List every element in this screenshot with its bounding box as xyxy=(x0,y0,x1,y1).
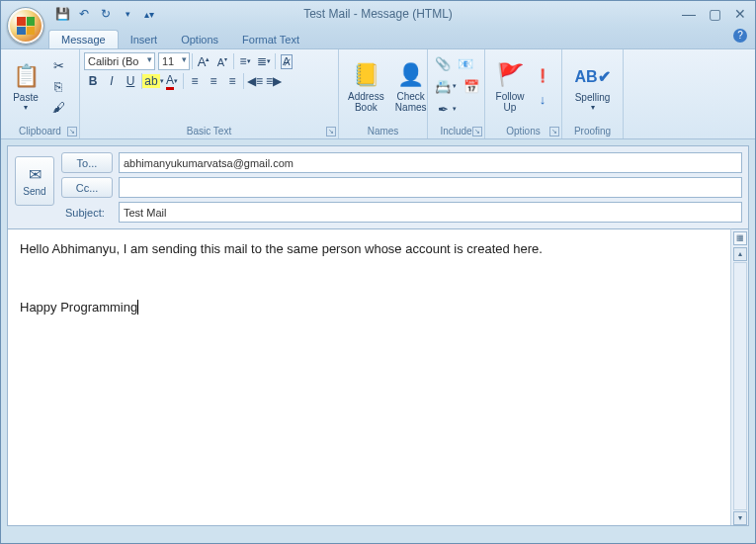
bold-button[interactable]: B xyxy=(84,72,102,90)
group-label-options: Options xyxy=(489,126,557,137)
group-names: 📒 Address Book 👤 Check Names Names xyxy=(339,49,428,138)
maximize-button[interactable]: ▢ xyxy=(706,6,723,22)
cut-button[interactable]: ✂ xyxy=(47,55,69,75)
subject-label: Subject: xyxy=(61,207,113,219)
vertical-scrollbar[interactable]: ▦ ▴ ▾ xyxy=(730,228,748,525)
text-cursor xyxy=(137,300,138,315)
decrease-indent-button[interactable]: ◀≡ xyxy=(246,72,264,90)
tab-options[interactable]: Options xyxy=(169,31,230,48)
numbering-icon: ≣ xyxy=(257,54,267,68)
clipboard-dialog-launcher[interactable]: ↘ xyxy=(67,127,77,136)
card-icon: 📇 xyxy=(435,78,451,94)
grow-font-icon: A▴ xyxy=(198,54,210,69)
grow-font-button[interactable]: A▴ xyxy=(195,52,212,70)
help-icon[interactable]: ? xyxy=(733,29,747,43)
signature-icon: ✒ xyxy=(435,101,451,117)
save-icon[interactable]: 💾 xyxy=(52,4,72,24)
calendar-icon: 📅 xyxy=(463,78,479,94)
office-button[interactable] xyxy=(7,7,44,45)
scroll-track[interactable] xyxy=(733,262,747,510)
check-names-icon: 👤 xyxy=(395,59,427,91)
scroll-up-button[interactable]: ▴ xyxy=(733,247,747,261)
basic-text-dialog-launcher[interactable]: ↘ xyxy=(326,127,336,136)
bullets-icon: ≡ xyxy=(239,54,246,68)
tab-format-text[interactable]: Format Text xyxy=(230,31,311,48)
follow-up-button[interactable]: 🚩 Follow Up xyxy=(489,56,531,116)
italic-button[interactable]: I xyxy=(103,72,121,90)
body-line: Happy Programming xyxy=(20,300,137,315)
high-importance-button[interactable]: ❗ xyxy=(532,65,553,85)
close-button[interactable]: ✕ xyxy=(731,6,749,22)
paste-button[interactable]: 📋 Paste ▾ xyxy=(5,57,46,115)
font-name-combo[interactable]: Calibri (Bo xyxy=(84,52,155,70)
underline-button[interactable]: U xyxy=(122,72,139,90)
business-card-button[interactable]: 📇▾ xyxy=(432,76,460,96)
undo-icon[interactable]: ↶ xyxy=(74,4,94,24)
follow-up-label: Follow Up xyxy=(496,91,525,113)
redo-icon[interactable]: ↻ xyxy=(96,4,116,24)
copy-button[interactable]: ⎘ xyxy=(47,76,69,96)
group-label-proofing: Proofing xyxy=(566,126,619,137)
flag-icon: 🚩 xyxy=(494,59,526,91)
increase-indent-button[interactable]: ≡▶ xyxy=(265,72,283,90)
align-left-button[interactable]: ≡ xyxy=(186,72,204,90)
quick-access-toolbar: 💾 ↶ ↻ ▾ ▴▾ xyxy=(52,4,159,24)
group-options: 🚩 Follow Up ❗ ↓ Options ↘ xyxy=(485,49,562,138)
highlight-button[interactable]: ab▾ xyxy=(144,72,162,90)
align-right-button[interactable]: ≡ xyxy=(223,72,241,90)
attach-file-button[interactable]: 📎 xyxy=(432,53,454,73)
message-area: ✉ Send To... Cc... Subject: Hello Abhima… xyxy=(7,145,749,526)
include-dialog-launcher[interactable]: ↘ xyxy=(472,127,482,136)
minimize-button[interactable]: — xyxy=(680,6,698,22)
align-center-button[interactable]: ≡ xyxy=(205,72,222,90)
high-importance-icon: ❗ xyxy=(535,67,550,83)
eraser-icon: A̷ xyxy=(281,54,293,69)
attach-item-icon: 📧 xyxy=(458,55,473,71)
cc-button[interactable]: Cc... xyxy=(61,177,113,198)
tab-insert[interactable]: Insert xyxy=(119,31,170,48)
highlight-icon: ab xyxy=(142,74,159,88)
group-label-names: Names xyxy=(343,126,423,137)
ribbon: 📋 Paste ▾ ✂ ⎘ 🖌 Clipboard ↘ Calibri (Bo … xyxy=(1,48,755,139)
spelling-button[interactable]: AB✔ Spelling ▾ xyxy=(570,57,616,115)
tab-message[interactable]: Message xyxy=(48,30,119,48)
clear-formatting-button[interactable]: A̷ xyxy=(278,52,295,70)
attach-item-button[interactable]: 📧 xyxy=(455,53,476,73)
address-book-button[interactable]: 📒 Address Book xyxy=(343,56,389,116)
cc-field[interactable] xyxy=(119,177,742,198)
to-field[interactable] xyxy=(119,152,742,173)
calendar-button[interactable]: 📅 xyxy=(461,76,482,96)
paperclip-icon: 📎 xyxy=(435,55,451,71)
check-names-button[interactable]: 👤 Check Names xyxy=(390,56,432,116)
format-painter-button[interactable]: 🖌 xyxy=(47,97,69,117)
group-include: 📎 📧 📇▾ 📅 ✒▾ Include ↘ xyxy=(428,49,485,138)
qat-dropdown-icon[interactable]: ▾ xyxy=(118,4,137,24)
font-size-combo[interactable]: 11 xyxy=(158,52,190,70)
next-prev-icon[interactable]: ▴▾ xyxy=(139,4,159,24)
clipboard-icon: 📋 xyxy=(10,60,42,92)
bullets-button[interactable]: ≡▾ xyxy=(236,52,254,70)
send-button[interactable]: ✉ Send xyxy=(15,156,54,206)
low-importance-button[interactable]: ↓ xyxy=(532,89,553,109)
group-basic-text: Calibri (Bo 11 A▴ A▾ ≡▾ ≣▾ A̷ B I U ab▾ … xyxy=(80,49,339,138)
shrink-font-icon: A▾ xyxy=(217,55,227,68)
spelling-icon: AB✔ xyxy=(577,60,609,92)
spelling-label: Spelling xyxy=(575,92,611,103)
message-body[interactable]: Hello Abhimanyu, I am sending this mail … xyxy=(8,228,730,525)
font-color-button[interactable]: A▾ xyxy=(163,72,181,90)
ruler-toggle[interactable]: ▦ xyxy=(733,231,747,245)
options-dialog-launcher[interactable]: ↘ xyxy=(549,127,559,136)
brush-icon: 🖌 xyxy=(50,99,66,115)
shrink-font-button[interactable]: A▾ xyxy=(213,52,231,70)
check-names-label: Check Names xyxy=(395,91,427,113)
group-label-basic-text: Basic Text xyxy=(84,126,334,137)
title-bar: 💾 ↶ ↻ ▾ ▴▾ Test Mail - Message (HTML) — … xyxy=(1,1,755,27)
font-color-icon: A xyxy=(166,73,174,90)
subject-field[interactable] xyxy=(119,202,742,223)
group-proofing: AB✔ Spelling ▾ Proofing xyxy=(562,49,624,138)
to-button[interactable]: To... xyxy=(61,152,113,173)
numbering-button[interactable]: ≣▾ xyxy=(255,52,273,70)
window-title: Test Mail - Message (HTML) xyxy=(303,7,453,21)
scroll-down-button[interactable]: ▾ xyxy=(733,511,747,525)
signature-button[interactable]: ✒▾ xyxy=(432,99,460,119)
